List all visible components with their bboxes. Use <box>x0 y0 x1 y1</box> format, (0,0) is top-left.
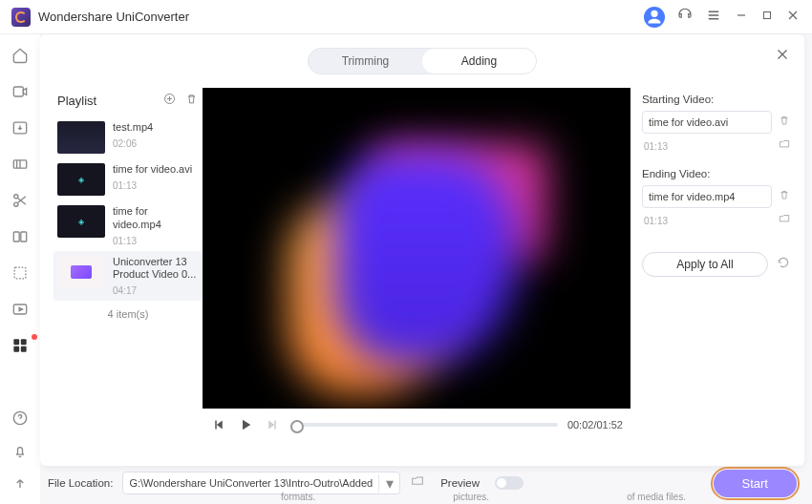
starting-video-label: Starting Video: <box>642 94 791 105</box>
playlist-item[interactable]: ◈ time for video.mp401:13 <box>53 200 203 251</box>
app-title: Wondershare UniConverter <box>38 10 189 24</box>
file-location-label: File Location: <box>48 477 113 489</box>
video-thumbnail <box>57 121 105 154</box>
file-location-select[interactable]: G:\Wondershare UniConverter 13\Intro-Out… <box>122 472 400 494</box>
reset-button[interactable] <box>776 255 791 274</box>
sidebar-crop-icon[interactable] <box>11 263 30 283</box>
sidebar-bell-icon[interactable] <box>11 441 30 460</box>
sidebar-toolbox-icon[interactable] <box>11 336 30 355</box>
browse-ending-button[interactable] <box>778 212 791 229</box>
playlist-item-name: time for video.avi <box>113 163 199 177</box>
ending-video-time: 01:13 <box>642 216 668 226</box>
sidebar-share-icon[interactable] <box>11 473 30 493</box>
play-button[interactable] <box>237 416 254 433</box>
svg-point-5 <box>14 202 18 206</box>
apply-to-all-button[interactable]: Apply to All <box>642 252 768 277</box>
preview-label: Preview <box>440 477 480 489</box>
starting-video-field[interactable]: time for video.avi <box>642 111 772 134</box>
ending-video-label: Ending Video: <box>642 168 791 179</box>
playlist-title: Playlist <box>57 94 96 108</box>
svg-point-4 <box>14 195 18 199</box>
sidebar-merge-icon[interactable] <box>11 227 30 246</box>
headset-icon[interactable] <box>676 7 694 28</box>
file-location-path: G:\Wondershare UniConverter 13\Intro-Out… <box>123 477 378 489</box>
svg-rect-13 <box>21 346 27 352</box>
sidebar-help-icon[interactable] <box>11 409 30 428</box>
sidebar-video-icon[interactable] <box>11 82 30 101</box>
playlist-count: 4 item(s) <box>53 308 203 320</box>
starting-video-time: 01:13 <box>642 141 668 152</box>
start-button[interactable]: Start <box>714 470 797 497</box>
svg-rect-10 <box>13 339 19 345</box>
sidebar-scissors-icon[interactable] <box>11 191 30 210</box>
next-frame-button[interactable] <box>264 416 281 433</box>
tab-trimming[interactable]: Trimming <box>309 49 422 74</box>
maximize-button[interactable] <box>760 9 774 26</box>
sidebar-compress-icon[interactable] <box>11 155 30 174</box>
seek-slider[interactable] <box>290 423 558 427</box>
timecode: 00:02/01:52 <box>567 419 623 430</box>
tab-adding[interactable]: Adding <box>422 49 536 74</box>
svg-rect-1 <box>13 87 23 96</box>
playlist-item-name: time for video.mp4 <box>113 205 199 232</box>
svg-rect-11 <box>21 339 27 345</box>
playlist-item-time: 02:06 <box>113 138 199 149</box>
playlist-item[interactable]: Uniconverter 13 Product Video 0...04:17 <box>53 251 203 302</box>
add-media-button[interactable] <box>162 92 177 109</box>
prev-frame-button[interactable] <box>210 416 227 433</box>
close-button[interactable] <box>785 8 801 27</box>
video-thumbnail: ◈ <box>57 163 105 196</box>
sidebar-home-icon[interactable] <box>11 46 30 65</box>
svg-rect-8 <box>14 267 26 279</box>
app-logo <box>11 8 31 27</box>
minimize-button[interactable] <box>734 8 749 27</box>
preview-toggle[interactable] <box>495 476 524 490</box>
hamburger-icon[interactable] <box>705 7 722 28</box>
dialog-close-button[interactable] <box>774 46 791 63</box>
sidebar-player-icon[interactable] <box>11 300 30 319</box>
playlist-item-name: Uniconverter 13 Product Video 0... <box>113 256 199 283</box>
playlist-item-time: 04:17 <box>113 285 199 296</box>
browse-starting-button[interactable] <box>778 137 791 155</box>
delete-button[interactable] <box>184 92 199 109</box>
mode-tabs: Trimming Adding <box>308 48 537 74</box>
svg-rect-6 <box>13 232 19 242</box>
svg-rect-12 <box>13 346 19 352</box>
playlist-item-name: test.mp4 <box>113 121 199 135</box>
open-folder-button[interactable] <box>410 473 425 493</box>
remove-ending-button[interactable] <box>778 188 791 205</box>
svg-rect-0 <box>764 11 771 18</box>
playlist-item[interactable]: ◈ time for video.avi01:13 <box>53 158 203 200</box>
playlist-item-time: 01:13 <box>113 236 199 246</box>
ending-video-field[interactable]: time for video.mp4 <box>642 185 772 208</box>
video-preview[interactable] <box>203 88 630 409</box>
video-thumbnail: ◈ <box>57 205 105 238</box>
sidebar-download-icon[interactable] <box>11 118 30 137</box>
chevron-down-icon: ▾ <box>378 474 399 493</box>
playlist-item-time: 01:13 <box>113 180 199 191</box>
svg-rect-7 <box>21 232 27 242</box>
user-avatar[interactable] <box>644 7 665 28</box>
remove-starting-button[interactable] <box>778 114 791 131</box>
playlist-item[interactable]: test.mp402:06 <box>53 116 203 158</box>
video-thumbnail <box>57 256 105 288</box>
